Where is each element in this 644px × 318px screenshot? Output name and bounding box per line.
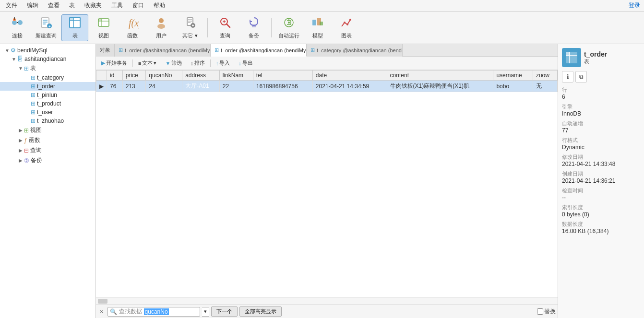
svg-point-20 — [159, 18, 164, 23]
tab-t-order-2[interactable]: ⊞ t_order @ashitangdiancan (bendiMy... — [211, 44, 307, 57]
tab-t-category[interactable]: ⊞ t_category @ashitangdiancan (bendi... — [307, 44, 403, 57]
sidebar-item-ashitangdiancan[interactable]: ▼ 🗄 ashitangdiancan — [0, 55, 95, 63]
sidebar-item-t-product[interactable]: ⊞ t_product — [0, 99, 95, 108]
toolbar-func[interactable]: f(x) 函数 — [119, 14, 146, 41]
sidebar-item-queries[interactable]: ▶ ⊟ 查询 — [0, 145, 95, 155]
table-icon: ⊞ — [31, 109, 36, 116]
search-input[interactable] — [169, 308, 198, 315]
toolbar-model[interactable]: 模型 — [304, 14, 331, 41]
toolbar-auto-run[interactable]: 自动运行 — [275, 14, 302, 41]
sidebar-item-t-order[interactable]: ⊞ t_order — [0, 82, 95, 91]
auto-run-icon — [282, 16, 296, 31]
sidebar-label-t-pinlun: t_pinlun — [37, 92, 57, 98]
right-panel-actions: ℹ ⧉ — [562, 71, 640, 82]
main-layout: ▼ ⚙ bendiMySql ▼ 🗄 ashitangdiancan ▼ ⊞ 表… — [0, 44, 644, 318]
text-dropdown-arrow: ▾ — [154, 60, 156, 66]
stat-create-date-label: 创建日期 — [562, 170, 640, 177]
table-row[interactable]: ▶ 76 213 24 大厅-A01 22 1618986894756 2021… — [96, 81, 558, 92]
search-highlight-btn[interactable]: 全部高亮显示 — [239, 306, 282, 317]
sidebar-item-backups[interactable]: ▶ ② 备份 — [0, 155, 95, 165]
sidebar-item-tables[interactable]: ▼ ⊞ 表 — [0, 63, 95, 73]
replace-check[interactable]: 替换 — [537, 307, 556, 316]
backup-label: 备份 — [249, 32, 259, 39]
menu-window[interactable]: 窗口 — [131, 0, 146, 11]
model-icon — [311, 16, 324, 31]
menu-view[interactable]: 查看 — [46, 0, 61, 11]
toolbar-divider-2 — [271, 18, 272, 37]
col-tel[interactable]: tel — [253, 71, 312, 81]
btn-filter[interactable]: ▼ 筛选 — [162, 58, 185, 68]
search-next-btn[interactable]: 下一个 — [211, 306, 238, 317]
col-username[interactable]: username — [493, 71, 533, 81]
search-dropdown[interactable]: ▾ — [202, 307, 209, 317]
col-price[interactable]: price — [122, 71, 146, 81]
backups-folder-icon: ② — [24, 157, 29, 164]
sidebar-item-views[interactable]: ▶ ⊞ 视图 — [0, 125, 95, 135]
sidebar-item-t-zhuohao[interactable]: ⊞ t_zhuohao — [0, 117, 95, 125]
search-close-btn[interactable]: × — [98, 308, 106, 315]
replace-checkbox[interactable] — [537, 308, 543, 315]
svg-point-40 — [344, 22, 346, 24]
toolbar-new-query[interactable]: + 新建查询 — [33, 14, 60, 41]
stat-modify-date-value: 2021-04-21 14:33:48 — [562, 161, 640, 167]
sidebar-item-funcs[interactable]: ▶ ƒ 函数 — [0, 135, 95, 145]
btn-sort[interactable]: ↕ 排序 — [187, 58, 208, 68]
view-label: 视图 — [98, 32, 109, 39]
col-address[interactable]: address — [182, 71, 220, 81]
table-label: 表 — [72, 32, 78, 39]
stat-create-date: 创建日期 2021-04-21 14:36:21 — [562, 170, 640, 184]
menu-favorites[interactable]: 收藏夹 — [83, 0, 104, 11]
toolbar-divider-1 — [207, 18, 208, 37]
sidebar-item-t-user[interactable]: ⊞ t_user — [0, 108, 95, 117]
export-label: 导出 — [242, 59, 253, 67]
info-btn[interactable]: ℹ — [562, 71, 573, 82]
btn-text[interactable]: ≡ 文本 ▾ — [135, 58, 160, 68]
toolbar-other[interactable]: 其它 ▾ — [177, 14, 203, 41]
login-link[interactable]: 登录 — [629, 1, 640, 10]
col-date[interactable]: date — [312, 71, 387, 81]
tab-t-order-1[interactable]: ⊞ t_order @ashitangdiancan (bendiMy... — [115, 44, 211, 57]
filter-label: 筛选 — [171, 59, 182, 67]
btn-start-trans[interactable]: ▶ 开始事务 — [98, 58, 131, 68]
stat-engine-label: 引擎 — [562, 103, 640, 110]
cell-tel: 1618986894756 — [253, 81, 312, 92]
toolbar-view[interactable]: 视图 — [90, 14, 117, 41]
menu-table[interactable]: 表 — [67, 0, 77, 11]
svg-line-30 — [227, 24, 230, 27]
user-icon — [155, 16, 168, 31]
col-linknam[interactable]: linkNam — [219, 71, 253, 81]
toolbar-table[interactable]: 表 — [61, 14, 88, 41]
menu-file[interactable]: 文件 — [4, 0, 19, 11]
sidebar-item-t-pinlun[interactable]: ⊞ t_pinlun — [0, 91, 95, 99]
col-zuow[interactable]: zuow — [533, 71, 557, 81]
connect-label: 连接 — [12, 32, 23, 39]
btn-import[interactable]: ↑ 导入 — [213, 58, 234, 68]
cell-zuow: 无 — [533, 81, 557, 92]
menu-edit[interactable]: 编辑 — [25, 0, 40, 11]
table-icon: ⊞ — [31, 118, 36, 124]
menu-tools[interactable]: 工具 — [109, 0, 125, 11]
toolbar-chart[interactable]: 图表 — [333, 14, 360, 41]
svg-point-41 — [346, 24, 348, 25]
sidebar-label-funcs: 函数 — [29, 136, 40, 144]
sidebar-item-t-category[interactable]: ⊞ t_category — [0, 73, 95, 82]
svg-rect-33 — [252, 24, 256, 27]
expand-btn[interactable]: ⧉ — [575, 71, 587, 82]
col-content[interactable]: content — [387, 71, 493, 81]
hscroll-thumb[interactable] — [98, 299, 107, 304]
col-qucanno[interactable]: qucanNo — [146, 71, 182, 81]
import-icon: ↑ — [216, 60, 219, 66]
toolbar-user[interactable]: 用户 — [148, 14, 175, 41]
toolbar-query[interactable]: 查询 — [212, 14, 239, 41]
stat-engine-value: InnoDB — [562, 110, 640, 117]
col-id[interactable]: id — [107, 71, 123, 81]
connect-icon — [11, 16, 24, 31]
toolbar-backup[interactable]: 备份 — [240, 14, 267, 41]
btn-export[interactable]: ↓ 导出 — [235, 58, 256, 68]
tab-object[interactable]: 对象 — [96, 44, 115, 57]
sub-divider-1 — [132, 59, 133, 67]
tab-table-icon-3: ⊞ — [310, 47, 315, 53]
toolbar-connect[interactable]: 连接 — [4, 14, 31, 41]
menu-help[interactable]: 帮助 — [152, 0, 167, 11]
sidebar-item-bendimysql[interactable]: ▼ ⚙ bendiMySql — [0, 46, 95, 55]
